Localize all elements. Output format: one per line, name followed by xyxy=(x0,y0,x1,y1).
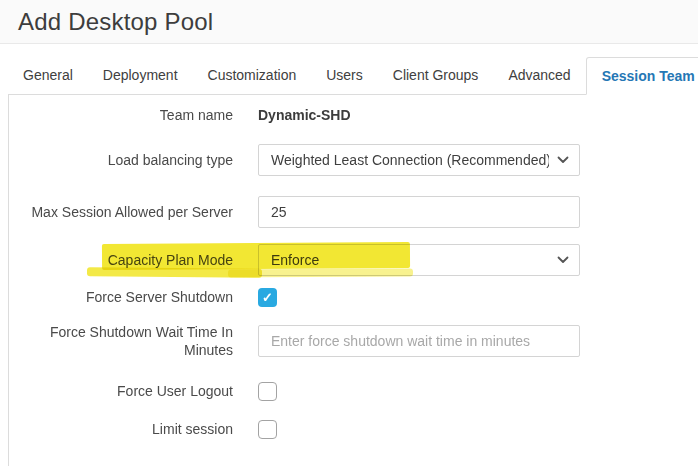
force-user-logout-checkbox[interactable] xyxy=(258,382,277,401)
page-title: Add Desktop Pool xyxy=(18,8,213,36)
tab-customization[interactable]: Customization xyxy=(193,57,312,94)
row-team-name: Team name Dynamic-SHD xyxy=(18,105,698,125)
tab-general[interactable]: General xyxy=(8,57,88,94)
tab-bar: General Deployment Customization Users C… xyxy=(8,56,698,94)
force-shutdown-wait-input[interactable] xyxy=(258,325,580,357)
dialog-header: Add Desktop Pool xyxy=(0,0,698,44)
load-balancing-select[interactable]: Weighted Least Connection (Recommended) xyxy=(258,144,580,176)
tab-session-team[interactable]: Session Team xyxy=(586,57,698,95)
tab-client-groups[interactable]: Client Groups xyxy=(378,57,494,94)
force-user-logout-label: Force User Logout xyxy=(18,382,233,400)
row-force-shutdown-wait: Force Shutdown Wait Time In Minutes xyxy=(18,323,698,359)
checkmark-icon: ✓ xyxy=(262,290,273,303)
capacity-plan-label: Capacity Plan Mode xyxy=(18,251,233,269)
row-force-server-shutdown: Force Server Shutdown ✓ xyxy=(18,287,698,307)
row-max-session: Max Session Allowed per Server xyxy=(18,196,698,228)
load-balancing-label: Load balancing type xyxy=(18,151,233,169)
force-server-shutdown-label: Force Server Shutdown xyxy=(18,288,233,306)
team-name-value: Dynamic-SHD xyxy=(258,107,351,123)
limit-session-label: Limit session xyxy=(18,420,233,438)
row-limit-session: Limit session xyxy=(18,419,698,439)
max-session-label: Max Session Allowed per Server xyxy=(18,203,233,221)
row-load-balancing: Load balancing type Weighted Least Conne… xyxy=(18,144,698,176)
force-shutdown-wait-label: Force Shutdown Wait Time In Minutes xyxy=(18,323,233,359)
tab-advanced[interactable]: Advanced xyxy=(493,57,585,94)
row-force-user-logout: Force User Logout xyxy=(18,381,698,401)
capacity-plan-select[interactable]: Enforce xyxy=(258,244,580,276)
max-session-input[interactable] xyxy=(258,196,580,228)
limit-session-checkbox[interactable] xyxy=(258,420,277,439)
team-name-label: Team name xyxy=(18,106,233,124)
force-server-shutdown-checkbox[interactable]: ✓ xyxy=(258,288,277,307)
content-panel: Team name Dynamic-SHD Load balancing typ… xyxy=(8,94,698,466)
tab-users[interactable]: Users xyxy=(311,57,378,94)
row-capacity-plan: Capacity Plan Mode Enforce xyxy=(18,244,698,276)
tab-deployment[interactable]: Deployment xyxy=(88,57,193,94)
